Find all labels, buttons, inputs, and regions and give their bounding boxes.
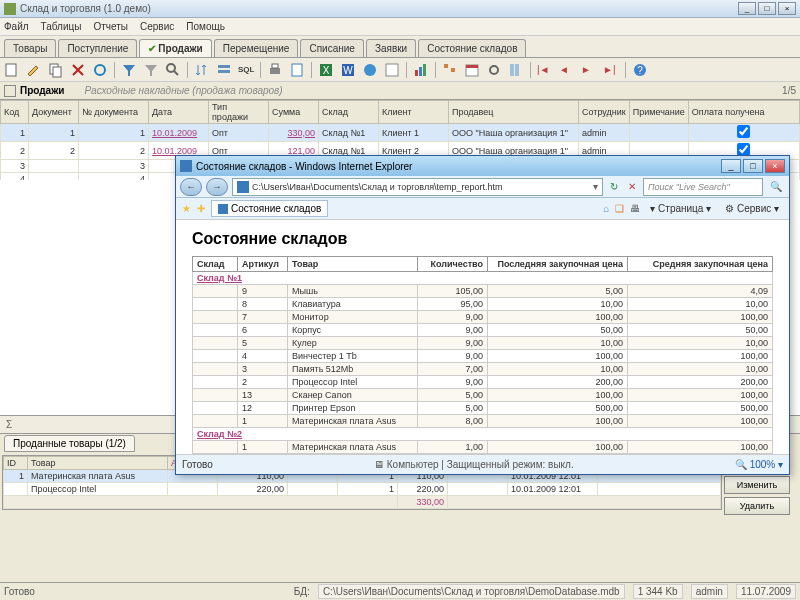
popup-minimize-button[interactable]: _	[721, 159, 741, 173]
help-icon[interactable]: ?	[632, 62, 648, 78]
print-ie-icon[interactable]: 🖶	[630, 203, 640, 214]
zoom-control[interactable]: 🔍 100% ▾	[735, 459, 783, 470]
favorites-icon[interactable]: ★	[182, 203, 191, 214]
preview-icon[interactable]	[289, 62, 305, 78]
paid-checkbox[interactable]	[737, 125, 750, 138]
col-note[interactable]: Примечание	[629, 101, 688, 124]
tree-icon[interactable]	[442, 62, 458, 78]
sort-icon[interactable]	[194, 62, 210, 78]
tab-requests[interactable]: Заявки	[366, 39, 416, 57]
warehouse-1-header[interactable]: Склад №1	[193, 272, 773, 285]
forward-button[interactable]: →	[206, 178, 228, 196]
tab-writeoff[interactable]: Списание	[300, 39, 363, 57]
svg-text:?: ?	[637, 65, 643, 76]
dcol-id[interactable]: ID	[4, 457, 28, 470]
search-go-icon[interactable]: 🔍	[767, 181, 785, 192]
menu-tables[interactable]: Таблицы	[41, 21, 82, 32]
next-icon[interactable]: ►	[581, 62, 597, 78]
feed-icon[interactable]: ❑	[615, 203, 624, 214]
close-button[interactable]: ×	[778, 2, 796, 15]
col-seller[interactable]: Продавец	[449, 101, 579, 124]
columns-icon[interactable]	[508, 62, 524, 78]
sql-icon[interactable]: SQL	[238, 62, 254, 78]
stop-button[interactable]: ✕	[625, 181, 639, 192]
copy-icon[interactable]	[48, 62, 64, 78]
report-row: 4Винчестер 1 Tb9,00100,00100,00	[193, 350, 773, 363]
status-user: admin	[691, 584, 728, 599]
tab-stock[interactable]: Состояние складов	[418, 39, 526, 57]
back-button[interactable]: ←	[180, 178, 202, 196]
filter-clear-icon[interactable]	[143, 62, 159, 78]
search-input[interactable]: Поиск "Live Search"	[643, 178, 763, 196]
col-client[interactable]: Клиент	[379, 101, 449, 124]
main-tabbar: Товары Поступление ✔Продажи Перемещение …	[0, 36, 800, 58]
new-icon[interactable]	[4, 62, 20, 78]
filter-icon[interactable]	[121, 62, 137, 78]
table-row[interactable]: 111 10.01.2009Опт330,00 Склад №1Клиент 1…	[1, 124, 800, 142]
export-word-icon[interactable]: W	[340, 62, 356, 78]
maximize-button[interactable]: □	[758, 2, 776, 15]
col-date[interactable]: Дата	[149, 101, 209, 124]
col-paid[interactable]: Оплата получена	[688, 101, 799, 124]
report-row: 12Принтер Epson5,00500,00500,00	[193, 402, 773, 415]
menu-reports[interactable]: Отчеты	[93, 21, 128, 32]
browser-tab[interactable]: Состояние складов	[211, 200, 328, 217]
dropdown-icon[interactable]: ▾	[593, 181, 598, 192]
search-icon[interactable]	[165, 62, 181, 78]
refresh-icon[interactable]	[92, 62, 108, 78]
col-code[interactable]: Код	[1, 101, 29, 124]
col-sum[interactable]: Сумма	[269, 101, 319, 124]
tab-goods[interactable]: Товары	[4, 39, 56, 57]
svg-rect-20	[444, 64, 448, 68]
statusbar: Готово БД: C:\Users\Иван\Documents\Склад…	[0, 582, 800, 600]
export-html-icon[interactable]	[362, 62, 378, 78]
tab-sold-items[interactable]: Проданные товары (1/2)	[4, 435, 135, 452]
chart-icon[interactable]	[413, 62, 429, 78]
tab-sales[interactable]: ✔Продажи	[139, 39, 211, 57]
menu-service[interactable]: Сервис	[140, 21, 174, 32]
add-favorite-icon[interactable]: ✚	[197, 203, 205, 214]
grid-expand-icon[interactable]	[4, 85, 16, 97]
col-wh[interactable]: Склад	[319, 101, 379, 124]
grid-subtitle: Расходные накладные (продажа товаров)	[84, 85, 782, 96]
edit-icon[interactable]	[26, 62, 42, 78]
menu-file[interactable]: Файл	[4, 21, 29, 32]
tools-menu[interactable]: ⚙ Сервис ▾	[721, 203, 783, 214]
last-icon[interactable]: ►|	[603, 62, 619, 78]
group-icon[interactable]	[216, 62, 232, 78]
dcol-item[interactable]: Товар	[28, 457, 168, 470]
warehouse-2-header[interactable]: Склад №2	[193, 428, 773, 441]
detail-row[interactable]: Процессор Intel 220,001 220,0010.01.2009…	[4, 483, 721, 496]
report-row: 8Клавиатура95,0010,0010,00	[193, 298, 773, 311]
calendar-icon[interactable]	[464, 62, 480, 78]
export-excel-icon[interactable]: X	[318, 62, 334, 78]
first-icon[interactable]: |◄	[537, 62, 553, 78]
col-doc[interactable]: Документ	[29, 101, 79, 124]
col-emp[interactable]: Сотрудник	[579, 101, 630, 124]
print-icon[interactable]	[267, 62, 283, 78]
popup-close-button[interactable]: ×	[765, 159, 785, 173]
grid-title: Продажи	[20, 85, 64, 96]
report-row: 1Материнская плата Asus1,00100,00100,00	[193, 441, 773, 454]
menu-help[interactable]: Помощь	[186, 21, 225, 32]
tab-incoming[interactable]: Поступление	[58, 39, 137, 57]
url-input[interactable]: C:\Users\Иван\Documents\Склад и торговля…	[232, 178, 603, 196]
grid-header: Продажи Расходные накладные (продажа тов…	[0, 82, 800, 100]
home-icon[interactable]: ⌂	[603, 203, 609, 214]
svg-rect-16	[386, 64, 398, 76]
svg-rect-10	[292, 64, 302, 76]
col-docnum[interactable]: № документа	[79, 101, 149, 124]
popup-maximize-button[interactable]: □	[743, 159, 763, 173]
prev-icon[interactable]: ◄	[559, 62, 575, 78]
delete-button[interactable]: Удалить	[724, 497, 790, 515]
delete-icon[interactable]	[70, 62, 86, 78]
edit-button[interactable]: Изменить	[724, 476, 790, 494]
page-menu[interactable]: ▾ Страница ▾	[646, 203, 715, 214]
svg-rect-21	[451, 68, 455, 72]
refresh-button[interactable]: ↻	[607, 181, 621, 192]
tab-transfer[interactable]: Перемещение	[214, 39, 299, 57]
export-csv-icon[interactable]	[384, 62, 400, 78]
col-type[interactable]: Тип продажи	[209, 101, 269, 124]
minimize-button[interactable]: _	[738, 2, 756, 15]
settings-icon[interactable]	[486, 62, 502, 78]
